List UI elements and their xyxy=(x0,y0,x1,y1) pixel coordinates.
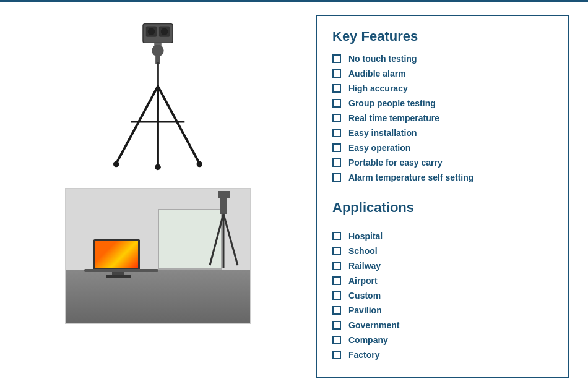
checkbox-icon xyxy=(332,99,341,108)
svg-point-13 xyxy=(113,161,119,168)
checkbox-icon xyxy=(332,321,341,330)
desk xyxy=(84,269,158,272)
list-item: Group people testing xyxy=(332,98,553,108)
feature-label: Alarm temperature self setting xyxy=(348,172,473,182)
application-list: Hospital School Railway Airport Custom P… xyxy=(332,231,553,365)
checkbox-icon xyxy=(332,69,341,78)
checkbox-icon xyxy=(332,336,341,344)
list-item: Airport xyxy=(332,276,553,286)
svg-line-18 xyxy=(210,214,223,265)
product-image xyxy=(65,15,251,176)
list-item: School xyxy=(332,246,553,256)
feature-label: High accuracy xyxy=(348,83,408,93)
section-divider xyxy=(332,187,553,200)
checkbox-icon xyxy=(332,114,341,122)
left-panel xyxy=(19,15,297,378)
app-label: Factory xyxy=(348,350,380,360)
list-item: Easy installation xyxy=(332,128,553,138)
feature-label: Easy operation xyxy=(348,143,410,153)
svg-rect-16 xyxy=(218,191,230,198)
checkbox-icon xyxy=(332,84,341,93)
feature-list: No touch testing Audible alarm High accu… xyxy=(332,54,553,187)
app-label: School xyxy=(348,246,378,256)
applications-title: Applications xyxy=(332,200,553,216)
checkbox-icon xyxy=(332,247,341,255)
feature-label: Real time temperature xyxy=(348,113,439,123)
app-label: Railway xyxy=(348,261,381,271)
checkbox-icon xyxy=(332,262,341,270)
checkbox-icon xyxy=(332,291,341,300)
checkbox-icon xyxy=(332,143,341,152)
checkbox-icon xyxy=(332,173,341,182)
room-image xyxy=(65,188,251,324)
small-divider xyxy=(332,225,553,231)
list-item: Government xyxy=(332,320,553,330)
list-item: Alarm temperature self setting xyxy=(332,172,553,182)
room-floor xyxy=(66,270,250,323)
list-item: Factory xyxy=(332,350,553,360)
svg-point-3 xyxy=(148,28,155,35)
key-features-title: Key Features xyxy=(332,28,553,45)
app-label: Government xyxy=(348,320,399,330)
monitor-base xyxy=(106,275,131,278)
svg-line-11 xyxy=(158,87,199,164)
app-label: Company xyxy=(348,335,388,345)
room-scene xyxy=(66,189,250,323)
app-label: Pavilion xyxy=(348,305,382,315)
svg-line-20 xyxy=(223,214,238,265)
list-item: Portable for easy carry xyxy=(332,158,553,168)
checkbox-icon xyxy=(332,351,341,359)
list-item: Company xyxy=(332,335,553,345)
app-label: Hospital xyxy=(348,231,383,241)
feature-label: Audible alarm xyxy=(348,69,406,79)
tripod-svg xyxy=(96,18,220,172)
svg-rect-7 xyxy=(155,55,160,64)
list-item: No touch testing xyxy=(332,54,553,64)
checkbox-icon xyxy=(332,306,341,315)
main-content: Key Features No touch testing Audible al… xyxy=(0,2,588,387)
svg-point-4 xyxy=(161,28,168,35)
list-item: High accuracy xyxy=(332,83,553,93)
app-label: Airport xyxy=(348,276,378,286)
svg-point-15 xyxy=(197,161,203,168)
list-item: Hospital xyxy=(332,231,553,241)
feature-label: Portable for easy carry xyxy=(348,158,443,168)
list-item: Pavilion xyxy=(332,305,553,315)
list-item: Real time temperature xyxy=(332,113,553,123)
feature-label: No touch testing xyxy=(348,54,417,64)
svg-rect-17 xyxy=(220,198,227,214)
list-item: Easy operation xyxy=(332,143,553,153)
app-label: Custom xyxy=(348,291,381,300)
right-panel: Key Features No touch testing Audible al… xyxy=(316,15,569,378)
svg-line-9 xyxy=(116,87,158,164)
feature-label: Easy installation xyxy=(348,128,417,138)
checkbox-icon xyxy=(332,158,341,167)
list-item: Railway xyxy=(332,261,553,271)
checkbox-icon xyxy=(332,129,341,137)
list-item: Custom xyxy=(332,291,553,300)
feature-label: Group people testing xyxy=(348,98,436,108)
checkbox-icon xyxy=(332,276,341,285)
room-tripod-svg xyxy=(207,191,241,271)
checkbox-icon xyxy=(332,54,341,63)
monitor-screen xyxy=(93,239,140,270)
list-item: Audible alarm xyxy=(332,69,553,79)
svg-point-14 xyxy=(155,164,161,171)
checkbox-icon xyxy=(332,232,341,240)
